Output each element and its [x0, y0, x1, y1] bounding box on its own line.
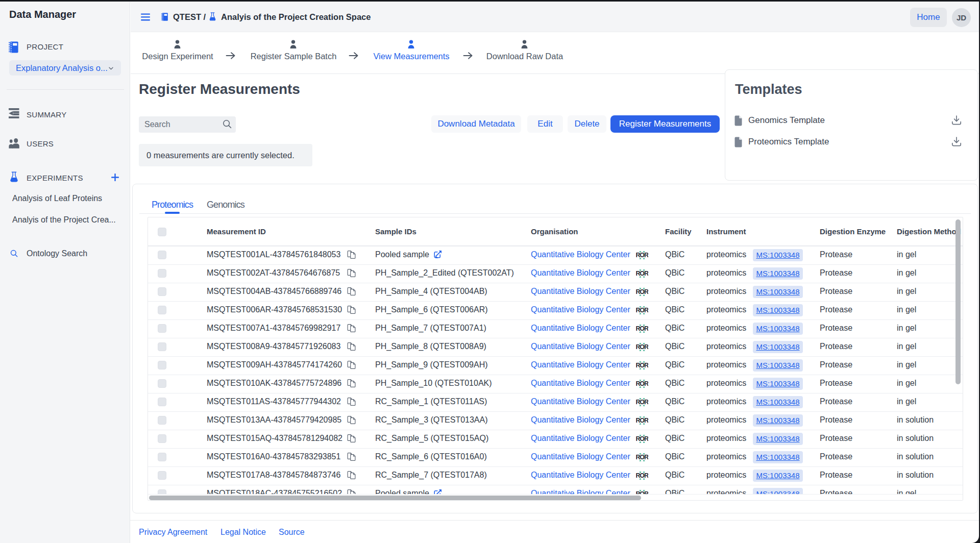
svg-text:ROR: ROR	[636, 270, 648, 277]
svg-text:ROR: ROR	[636, 472, 648, 479]
svg-text:ROR: ROR	[636, 288, 648, 295]
svg-text:ROR: ROR	[636, 325, 648, 332]
svg-text:ROR: ROR	[636, 454, 648, 461]
svg-text:ROR: ROR	[636, 417, 648, 424]
svg-text:ROR: ROR	[636, 362, 648, 369]
svg-text:ROR: ROR	[636, 380, 648, 387]
svg-text:ROR: ROR	[636, 435, 648, 442]
svg-text:ROR: ROR	[636, 343, 648, 351]
svg-text:ROR: ROR	[636, 252, 648, 259]
svg-text:ROR: ROR	[636, 307, 648, 314]
svg-text:ROR: ROR	[636, 399, 648, 406]
